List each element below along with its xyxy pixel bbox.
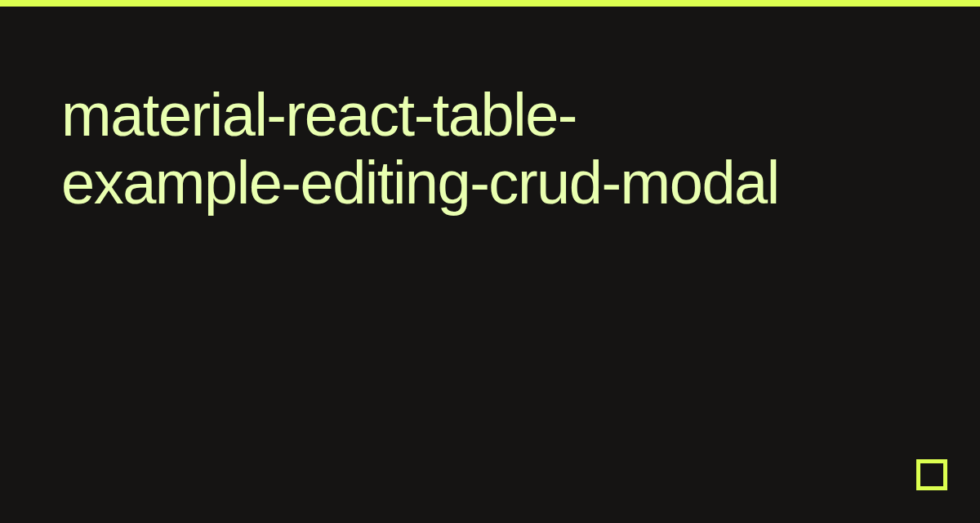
accent-top-bar (0, 0, 980, 7)
corner-square-icon (916, 459, 947, 490)
page-title: material-react-table-example-editing-cru… (61, 82, 813, 217)
